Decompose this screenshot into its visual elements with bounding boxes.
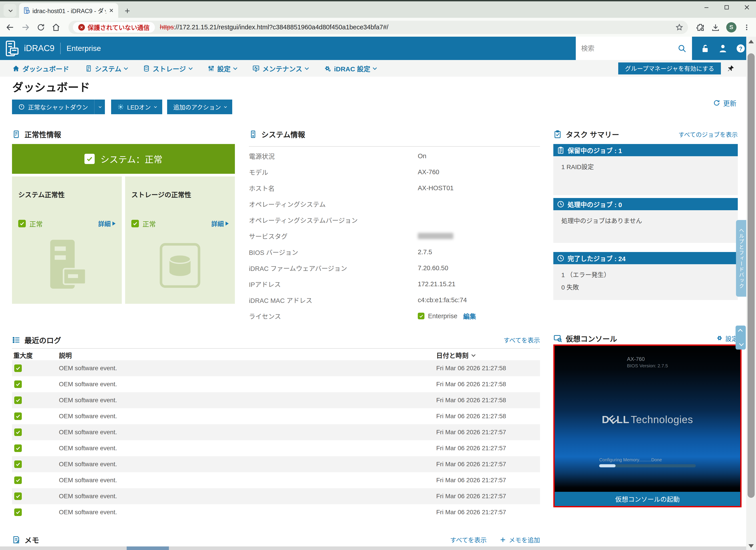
table-row[interactable]: OEM software event. Fri Mar 06 2026 21:2… — [12, 424, 540, 440]
gears-icon — [324, 65, 331, 72]
table-row[interactable]: OEM software event. Fri Mar 06 2026 21:2… — [12, 504, 540, 520]
chevron-down-icon — [373, 66, 377, 70]
nav-configuration[interactable]: 設定 — [208, 64, 236, 73]
tab-close-icon[interactable] — [108, 8, 114, 13]
processing-jobs-header: 処理中のジョブ : 0 — [553, 198, 738, 210]
vertical-scrollbar[interactable] — [746, 37, 756, 550]
column-severity[interactable]: 重大度 — [12, 350, 59, 360]
downloads-icon[interactable] — [711, 23, 720, 32]
license-edit-link[interactable]: 編集 — [463, 311, 476, 321]
task-summary-icon — [553, 130, 562, 138]
more-actions-button[interactable]: 追加のアクション — [167, 100, 232, 114]
column-datetime[interactable]: 日付と時刻 — [436, 350, 540, 360]
ok-status-icon — [14, 444, 22, 452]
window-minimize-button[interactable] — [703, 4, 710, 11]
scroll-down-arrow[interactable] — [748, 544, 754, 548]
help-icon[interactable]: ? — [736, 43, 746, 54]
enable-group-manager-button[interactable]: グループマネージャを有効にする — [618, 62, 721, 74]
table-row[interactable]: OEM software event. Fri Mar 06 2026 21:2… — [12, 360, 540, 376]
browser-toolbar: 保護されていない通信 https://172.21.15.21/restgui/… — [0, 18, 756, 37]
address-bar[interactable]: 保護されていない通信 https://172.21.15.21/restgui/… — [68, 21, 688, 34]
window-maximize-button[interactable] — [724, 4, 730, 10]
launch-virtual-console-button[interactable]: 仮想コンソールの起動 — [555, 492, 740, 506]
console-settings-link[interactable]: 設定 — [716, 334, 738, 343]
new-tab-button[interactable] — [124, 7, 131, 15]
ok-status-icon — [418, 313, 424, 319]
ok-status-icon — [14, 476, 22, 484]
shutdown-dropdown-button[interactable] — [94, 100, 105, 114]
memo-view-all-link[interactable]: すべてを表示 — [450, 535, 487, 544]
window-close-button[interactable] — [744, 4, 750, 11]
unlock-icon[interactable] — [700, 43, 710, 54]
system-info-row: サービスタグ — [249, 228, 540, 244]
system-health-banner[interactable]: システム：正常 — [12, 144, 235, 174]
table-row[interactable]: OEM software event. Fri Mar 06 2026 21:2… — [12, 456, 540, 472]
check-icon — [84, 154, 95, 164]
table-row[interactable]: OEM software event. Fri Mar 06 2026 21:2… — [12, 376, 540, 392]
boot-progress: Configuring Memory..........Done — [599, 457, 696, 467]
extensions-icon[interactable] — [696, 23, 705, 32]
card-title: システム正常性 — [18, 189, 116, 199]
chevron-down-icon — [305, 66, 309, 70]
table-row[interactable]: OEM software event. Fri Mar 06 2026 21:2… — [12, 440, 540, 456]
view-all-jobs-link[interactable]: すべてのジョブを表示 — [678, 130, 738, 139]
browser-profile-avatar[interactable]: S — [726, 22, 736, 32]
global-search[interactable] — [576, 37, 692, 60]
forward-button[interactable] — [21, 23, 30, 32]
help-feedback-tab[interactable]: ヘルプとフィードバック — [736, 220, 746, 297]
brand-divider — [60, 43, 61, 54]
tab-search-button[interactable] — [4, 4, 16, 17]
section-scroll-widget[interactable] — [736, 326, 746, 350]
job-line[interactable]: 1 （エラー発生） — [561, 270, 730, 279]
table-row[interactable]: OEM software event. Fri Mar 06 2026 21:2… — [12, 408, 540, 424]
nav-system[interactable]: システム — [85, 64, 127, 73]
nav-storage[interactable]: ストレージ — [143, 64, 191, 73]
security-warning-chip[interactable]: 保護されていない通信 — [73, 22, 155, 33]
recent-logs-section: 最近のログ すべてを表示 重大度 説明 日付と時刻 — [12, 332, 540, 520]
job-line[interactable]: 0 失敗 — [561, 282, 730, 291]
table-row[interactable]: OEM software event. Fri Mar 06 2026 21:2… — [12, 472, 540, 488]
memo-section: メモ すべてを表示 メモを追加 — [12, 534, 540, 545]
status-label: 正常 — [142, 219, 156, 228]
bookmark-star-icon[interactable] — [675, 23, 684, 32]
browser-tab[interactable]: idrac-host01 - iDRAC9 - ダッシュ — [19, 3, 118, 18]
job-line[interactable]: 1 RAID設定 — [561, 162, 730, 171]
virtual-console-preview[interactable]: AX-760 BIOS Version: 2.7.5 DELLTechnolog… — [553, 344, 742, 507]
memo-add-link[interactable]: メモを追加 — [500, 535, 540, 544]
table-row[interactable]: OEM software event. Fri Mar 06 2026 21:2… — [12, 392, 540, 408]
search-icon[interactable] — [677, 44, 687, 53]
horizontal-scroll-thumb[interactable] — [127, 546, 169, 550]
details-link[interactable]: 詳細 — [98, 219, 116, 228]
chevron-down-icon[interactable] — [739, 341, 744, 346]
horizontal-scrollbar[interactable] — [0, 546, 746, 550]
monitor-pulse-icon — [252, 65, 260, 72]
gear-icon — [716, 335, 723, 342]
column-description[interactable]: 説明 — [59, 350, 436, 360]
refresh-link[interactable]: 更新 — [713, 98, 736, 108]
user-icon[interactable] — [718, 43, 728, 54]
vertical-scroll-thumb[interactable] — [748, 53, 755, 498]
back-button[interactable] — [5, 23, 15, 32]
details-link[interactable]: 詳細 — [211, 219, 229, 228]
view-all-logs-link[interactable]: すべてを表示 — [504, 336, 540, 344]
ok-status-icon — [14, 380, 22, 388]
nav-idrac-settings[interactable]: iDRAC 設定 — [324, 64, 376, 73]
home-button[interactable] — [52, 23, 60, 32]
graceful-shutdown-button[interactable]: 正常なシャットダウン — [12, 100, 94, 114]
reload-button[interactable] — [36, 23, 45, 32]
led-on-button[interactable]: LEDオン — [111, 100, 162, 114]
scroll-up-arrow[interactable] — [748, 40, 754, 43]
task-summary-title: タスク サマリー — [566, 129, 619, 140]
system-info-row: オペレーティングシステム — [249, 196, 540, 212]
pin-icon[interactable] — [727, 64, 735, 72]
nav-dashboard[interactable]: ダッシュボード — [12, 64, 69, 73]
browser-menu-icon[interactable] — [743, 23, 751, 31]
job-line: 処理中のジョブはありません — [561, 216, 730, 225]
nav-maintenance[interactable]: メンテナンス — [252, 64, 308, 73]
action-buttons: 正常なシャットダウン LEDオン 追加のアクション — [12, 100, 232, 114]
chevron-up-icon[interactable] — [738, 329, 742, 334]
search-input[interactable] — [581, 45, 677, 52]
table-row[interactable]: OEM software event. Fri Mar 06 2026 21:2… — [12, 488, 540, 504]
chevron-down-icon — [233, 66, 237, 70]
power-icon — [18, 104, 25, 110]
